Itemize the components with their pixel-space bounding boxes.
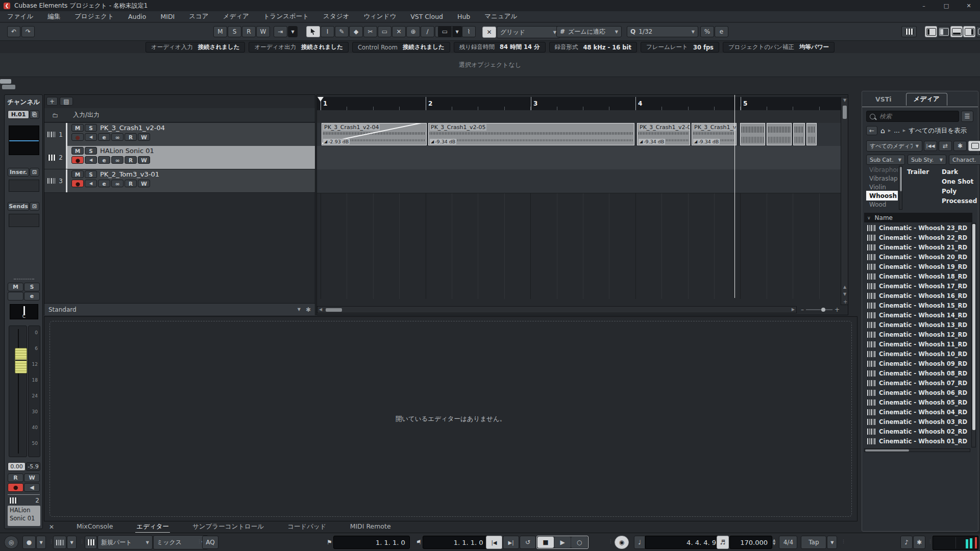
activate-project-button[interactable]: ◎: [4, 536, 18, 549]
media-list-item[interactable]: Cinematic - Whoosh 20_RD: [864, 252, 970, 262]
menu-item[interactable]: 編集: [40, 12, 67, 21]
horizontal-scrollbar[interactable]: ◀ ▶: [317, 306, 797, 313]
channel-select-button[interactable]: H.01: [8, 110, 29, 119]
maximize-button[interactable]: □: [935, 0, 958, 11]
media-list-item[interactable]: Cinematic - Whoosh 18_RD: [864, 271, 970, 281]
track-record-button[interactable]: ●: [71, 180, 84, 187]
audio-clip[interactable]: PK_3_Crash1_v2-0 ◢-9.34 dB: [637, 123, 690, 145]
track-monitor-button[interactable]: ◀: [85, 156, 97, 164]
tempo-spinner[interactable]: ▲▼: [773, 539, 775, 546]
audio-clip[interactable]: PK_3_Crash1_v2-05 ◢-9.34 dB: [428, 123, 634, 145]
chevron-down-icon[interactable]: ▼: [298, 307, 301, 312]
media-search[interactable]: [866, 111, 959, 122]
scroll-left-icon[interactable]: ◀: [319, 307, 322, 312]
record-enable-button[interactable]: ●: [8, 483, 23, 492]
inserts-slot[interactable]: [9, 180, 39, 192]
track-monitor-button[interactable]: ◀: [85, 180, 97, 187]
record-button[interactable]: ○: [571, 537, 587, 548]
breadcrumb-ellipsis[interactable]: ...: [894, 127, 899, 134]
media-list-item[interactable]: Cinematic - Whoosh 09_RD: [864, 359, 970, 368]
read-all-button[interactable]: R: [242, 26, 256, 37]
filter-column-dropdown[interactable]: Sub Cat. ▼: [866, 155, 905, 165]
setup-toolbar-button[interactable]: [976, 26, 980, 37]
home-icon[interactable]: ⌂: [880, 127, 885, 135]
results-h-scrollbar[interactable]: [864, 448, 970, 452]
minimize-button[interactable]: –: [913, 0, 935, 11]
zoom-slider[interactable]: [806, 309, 832, 310]
undo-button[interactable]: ↶: [7, 26, 20, 37]
floating-panel-handle[interactable]: [0, 79, 11, 84]
track-edit-button[interactable]: e: [98, 180, 110, 187]
lower-zone-toggle[interactable]: [950, 26, 963, 37]
results-view-button[interactable]: ☰: [961, 111, 973, 122]
media-list-item[interactable]: Cinematic - Whoosh 13_RD: [864, 320, 970, 330]
audio-clip[interactable]: PK_3_Crash1_v2-04 ◢-2.93 dB: [322, 123, 427, 145]
gear-icon[interactable]: ✱: [306, 306, 311, 313]
go-to-start-button[interactable]: |◀: [486, 536, 502, 549]
menu-item[interactable]: スコア: [182, 12, 215, 21]
timeline-ruler[interactable]: 1 2 3 4 5: [317, 97, 848, 111]
status-chip[interactable]: 録音形式 48 kHz - 16 bit: [549, 42, 637, 53]
lower-zone-tab[interactable]: MixConsole: [76, 521, 114, 533]
right-zone-tab[interactable]: メディア: [906, 93, 947, 106]
vertical-scrollbar[interactable]: ▼ ▲ ▼ +: [841, 97, 848, 305]
audio-clip[interactable]: ◢: [767, 123, 792, 145]
media-list-item[interactable]: Cinematic - Whoosh 16_RD: [864, 291, 970, 300]
right-locator-flag-icon[interactable]: ⚑: [416, 539, 422, 546]
clip-gain-handle[interactable]: ◢-9.34 dB: [430, 139, 456, 144]
quantize-dropdown[interactable]: Q 1/32 ▼: [627, 26, 698, 37]
zoom-out-icon[interactable]: –: [801, 306, 804, 313]
track-solo-button[interactable]: S: [85, 124, 97, 132]
media-list-item[interactable]: Cinematic - Whoosh 15_RD: [864, 300, 970, 310]
track-record-button[interactable]: ●: [71, 156, 84, 164]
media-list-item[interactable]: Cinematic - Whoosh 23_RD: [864, 223, 970, 233]
filter-item[interactable]: Dark: [942, 167, 977, 177]
mute-all-button[interactable]: M: [213, 26, 227, 37]
midi-insert-icon[interactable]: [85, 536, 97, 549]
audio-align-caret[interactable]: ▼: [67, 536, 77, 549]
track-read-button[interactable]: R: [125, 180, 137, 187]
window-view-button[interactable]: [968, 141, 980, 151]
status-chip[interactable]: Control Room 接続されました: [352, 42, 450, 53]
track-write-button[interactable]: W: [138, 156, 150, 164]
menu-item[interactable]: ファイル: [0, 12, 40, 21]
results-scroll-thumb[interactable]: [972, 224, 975, 430]
read-automation-button[interactable]: R: [8, 473, 23, 482]
media-list-item[interactable]: Cinematic - Whoosh 11_RD: [864, 339, 970, 349]
range-selection-tool[interactable]: I: [321, 26, 334, 37]
track-write-button[interactable]: W: [138, 133, 150, 141]
media-list-item[interactable]: Cinematic - Whoosh 03_RD: [864, 417, 970, 427]
media-list-item[interactable]: Cinematic - Whoosh 22_RD: [864, 233, 970, 242]
left-locator-display[interactable]: 1. 1. 1. 0: [333, 536, 410, 549]
iterative-quantize-button[interactable]: %: [700, 26, 714, 37]
monitor-button[interactable]: ◀: [24, 483, 40, 492]
fader-cap[interactable]: [15, 348, 27, 373]
status-chip[interactable]: 残り録音時間 84 時間 14 分: [454, 42, 546, 53]
menu-item[interactable]: MIDI: [153, 13, 182, 20]
track-channel-icon[interactable]: ∞: [111, 156, 124, 164]
channel-mute-button[interactable]: M: [8, 283, 23, 291]
snap-button[interactable]: ✕: [482, 27, 496, 38]
metronome-button[interactable]: ♪: [900, 536, 913, 549]
autoscroll-options-caret[interactable]: ▼: [288, 26, 298, 37]
filter-scrollbar[interactable]: [899, 166, 902, 210]
track-name[interactable]: PK_3_Crash1_v2-04: [100, 124, 165, 132]
play-button[interactable]: ▶: [554, 537, 571, 548]
pan-control[interactable]: C: [10, 304, 38, 319]
media-list-item[interactable]: Cinematic - Whoosh 14_RD: [864, 310, 970, 320]
track-mute-button[interactable]: M: [71, 124, 84, 132]
track-solo-button[interactable]: S: [85, 170, 97, 178]
right-locator-display[interactable]: 1. 1. 1. 0: [423, 536, 488, 549]
lower-zone-tab[interactable]: エディター: [135, 521, 170, 533]
arranger-button[interactable]: ◉: [615, 536, 629, 549]
channel-name-label[interactable]: HALion Sonic 01: [8, 506, 40, 526]
tempo-track-button[interactable]: ♬: [717, 536, 729, 549]
split-tool[interactable]: ✂: [363, 26, 377, 37]
insert-mode-dropdown[interactable]: 新規パート ▼: [97, 535, 153, 549]
channel-listen-button[interactable]: [8, 292, 23, 300]
clip-gain-handle[interactable]: ◢-9.34 dB: [693, 139, 720, 144]
tempo-display[interactable]: 170.000: [729, 536, 772, 549]
left-zone-toggle[interactable]: [925, 26, 937, 37]
track-row[interactable]: 1 M S PK_3_Crash1_v2-04 ● ◀ e: [44, 123, 315, 146]
results-h-thumb[interactable]: [865, 449, 909, 452]
